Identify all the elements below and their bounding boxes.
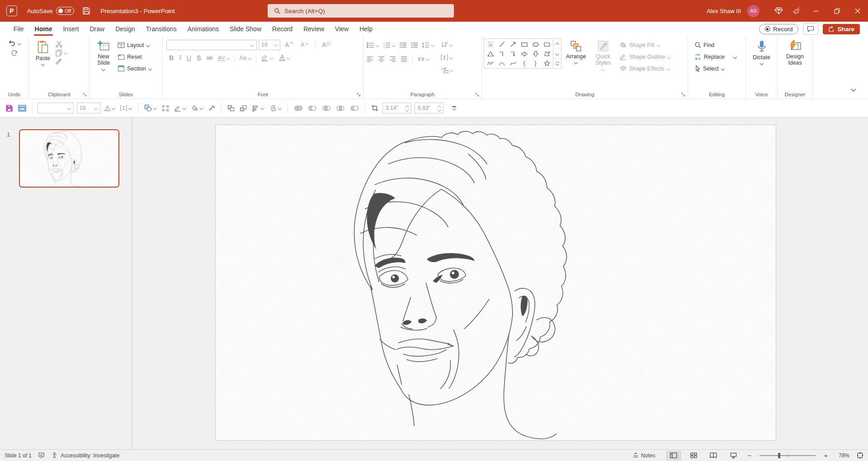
zoom-slider-thumb[interactable]	[778, 453, 780, 458]
powerpoint-logo-icon[interactable]: P	[6, 5, 17, 16]
undo-button[interactable]	[8, 40, 21, 47]
qt-save-button[interactable]	[5, 102, 14, 114]
font-dialog-launcher[interactable]	[357, 93, 361, 97]
share-button[interactable]: Share	[823, 24, 860, 34]
qt-crop-button[interactable]	[370, 102, 379, 114]
select-button[interactable]: Select	[693, 63, 744, 74]
quick-styles-button[interactable]: Quick Styles	[590, 38, 616, 71]
qt-align-text-button[interactable]	[119, 102, 133, 114]
tab-help[interactable]: Help	[354, 23, 378, 35]
reset-button[interactable]: Reset	[116, 51, 154, 62]
qt-send-backward-button[interactable]	[239, 102, 248, 114]
qt-merge-fragment-button[interactable]	[321, 102, 332, 114]
qt-eyedropper-button[interactable]	[208, 102, 216, 114]
qt-edit-points-button[interactable]	[161, 102, 170, 114]
clipboard-dialog-launcher[interactable]	[83, 93, 87, 97]
shape-scribble[interactable]	[485, 58, 496, 68]
font-color-button[interactable]: A	[276, 52, 293, 63]
user-name[interactable]: Alex Shaw III	[707, 8, 741, 14]
paste-button[interactable]: Paste	[31, 38, 55, 66]
tab-animations[interactable]: Animations	[182, 23, 224, 35]
shape-star[interactable]	[541, 58, 552, 68]
fit-slide-to-window-button[interactable]	[857, 452, 863, 459]
shape-outline-button[interactable]: Shape Outline	[618, 51, 673, 62]
shape-oval[interactable]	[530, 39, 541, 49]
accessibility-checker[interactable]: Accessibility: Investigate	[51, 452, 119, 459]
qt-font-name-combo[interactable]	[38, 103, 74, 113]
premium-gem-icon[interactable]	[769, 0, 788, 22]
view-slideshow-button[interactable]	[726, 451, 741, 461]
record-button[interactable]: Record	[759, 24, 799, 34]
align-left-button[interactable]	[365, 53, 375, 64]
align-right-button[interactable]	[388, 53, 397, 64]
zoom-percentage[interactable]: 78%	[834, 452, 849, 459]
zoom-slider[interactable]	[760, 455, 816, 456]
format-painter-button[interactable]	[55, 58, 67, 65]
shape-effects-button[interactable]: Shape Effects	[618, 63, 673, 74]
collapse-ribbon-chevron-icon[interactable]	[852, 84, 855, 92]
font-name-combo[interactable]	[166, 40, 257, 50]
close-button[interactable]	[847, 0, 868, 22]
tab-review[interactable]: Review	[298, 23, 330, 35]
tab-record[interactable]: Record	[267, 23, 298, 35]
slide-indicator[interactable]: Slide 1 of 1	[5, 452, 32, 459]
decrease-indent-button[interactable]	[398, 40, 408, 51]
justify-button[interactable]	[399, 53, 409, 64]
qt-shape-fill-button[interactable]	[190, 102, 204, 114]
qt-more-options-button[interactable]	[451, 102, 457, 114]
design-ideas-button[interactable]: Design Ideas	[781, 38, 810, 66]
slide-thumbnail[interactable]	[19, 129, 119, 188]
autosave-control[interactable]: AutoSave Off	[27, 7, 74, 15]
align-text-button[interactable]	[439, 52, 455, 63]
shape-rectangle[interactable]	[519, 39, 530, 49]
convert-to-smartart-button[interactable]	[439, 65, 455, 75]
shape-arc[interactable]	[496, 58, 507, 68]
view-normal-button[interactable]	[666, 451, 681, 461]
replace-button[interactable]: bcReplace	[693, 51, 744, 62]
tab-transitions[interactable]: Transitions	[141, 23, 182, 35]
shape-text-box[interactable]: A	[485, 39, 496, 49]
clear-formatting-button[interactable]: A	[319, 39, 333, 50]
qt-font-size-combo[interactable]: 18	[77, 103, 100, 113]
qt-width-up-icon[interactable]	[438, 105, 441, 108]
view-reading-button[interactable]	[706, 451, 721, 461]
view-slide-sorter-button[interactable]	[686, 451, 701, 461]
undo-dropdown-chevron-icon[interactable]	[18, 42, 21, 45]
autosave-toggle[interactable]: Off	[56, 7, 74, 15]
align-center-button[interactable]	[377, 53, 386, 64]
qt-shape-height-spinner[interactable]: 3.14"	[382, 103, 411, 113]
shape-arrow-right[interactable]	[519, 49, 530, 58]
qt-merge-intersect-button[interactable]	[335, 102, 346, 114]
shape-elbow-arrow-connector[interactable]	[507, 49, 519, 58]
zoom-in-button[interactable]: +	[822, 452, 830, 459]
character-spacing-button[interactable]: AV	[215, 52, 233, 63]
shapes-scroll-down-icon[interactable]	[553, 49, 561, 59]
new-slide-button[interactable]: New Slide	[91, 38, 116, 71]
text-shadow-button[interactable]: S	[194, 52, 203, 63]
face-sketch-drawing[interactable]	[216, 125, 776, 440]
grow-font-button[interactable]: A	[282, 39, 296, 50]
tab-view[interactable]: View	[330, 23, 354, 35]
search-input[interactable]: Search (Alt+Q)	[268, 4, 454, 18]
qt-merge-combine-button[interactable]	[307, 102, 318, 114]
minimize-button[interactable]	[806, 0, 826, 22]
slide-canvas[interactable]	[215, 125, 776, 441]
qt-merge-union-button[interactable]	[293, 102, 304, 114]
qt-merge-subtract-button[interactable]	[349, 102, 360, 114]
copy-chevron-icon[interactable]	[64, 52, 67, 54]
text-direction-button[interactable]: A	[439, 39, 455, 50]
shape-line[interactable]	[496, 39, 507, 49]
tab-draw[interactable]: Draw	[84, 23, 110, 35]
copy-button[interactable]	[55, 49, 67, 56]
save-icon[interactable]	[82, 7, 90, 15]
shape-left-brace[interactable]: {	[519, 58, 530, 68]
coming-soon-megaphone-icon[interactable]	[788, 0, 806, 22]
change-case-button[interactable]: Aa	[237, 52, 254, 63]
line-spacing-button[interactable]	[420, 40, 436, 51]
qt-height-up-icon[interactable]	[406, 105, 409, 108]
notes-button[interactable]: Notes	[632, 452, 655, 459]
tab-insert[interactable]: Insert	[57, 23, 84, 35]
italic-button[interactable]: I	[176, 52, 184, 63]
numbering-button[interactable]: 123	[382, 40, 397, 51]
qt-shape-outline-button[interactable]	[173, 102, 187, 114]
